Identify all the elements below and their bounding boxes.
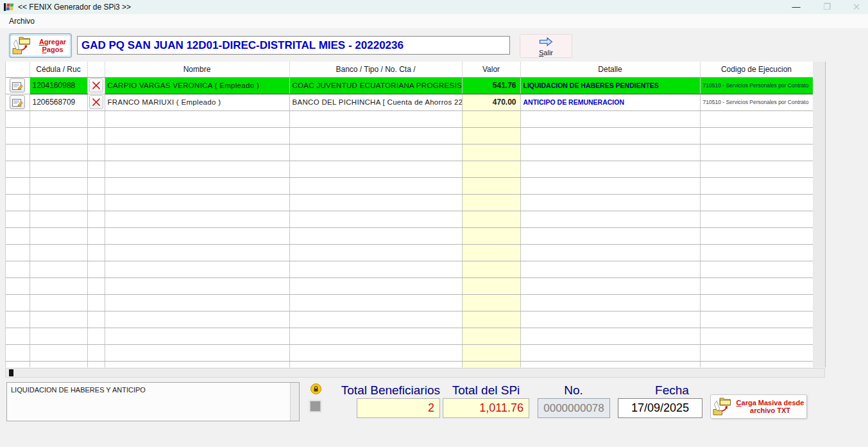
salir-button[interactable]: Salir xyxy=(520,34,572,58)
col-edit xyxy=(6,62,30,77)
empty-cell xyxy=(87,244,105,261)
cell-banco: BANCO DEL PICHINCHA [ Cuenta de Ahorros … xyxy=(289,94,462,110)
table-row-empty xyxy=(6,177,813,194)
empty-cell xyxy=(6,344,30,361)
empty-cell xyxy=(700,311,813,328)
edit-row-button[interactable] xyxy=(10,95,25,109)
empty-cell xyxy=(289,227,462,244)
table-row-empty xyxy=(6,110,813,127)
empty-cell xyxy=(289,211,462,227)
empty-cell xyxy=(6,227,30,244)
empty-cell xyxy=(6,177,30,194)
empty-cell xyxy=(30,144,87,161)
table-row-empty xyxy=(6,227,813,244)
total-spi-value: 1,011.76 xyxy=(443,398,529,418)
scrollbar-thumb[interactable] xyxy=(9,369,13,376)
empty-cell xyxy=(520,261,700,277)
descripcion-scrollbar[interactable] xyxy=(290,383,299,421)
descripcion-input[interactable]: LIQUIDACION DE HABERES Y ANTICIPO xyxy=(7,383,299,421)
empty-cell xyxy=(462,261,520,277)
empty-cell xyxy=(520,277,700,294)
titulo-spi-input[interactable] xyxy=(77,36,510,55)
edit-row-button[interactable] xyxy=(10,78,25,92)
empty-cell xyxy=(700,328,813,344)
empty-cell xyxy=(462,244,520,261)
empty-cell xyxy=(6,161,30,177)
carga-masiva-button[interactable]: Carga Masiva desdearchivo TXT xyxy=(710,394,807,419)
empty-cell xyxy=(87,328,105,344)
empty-cell xyxy=(87,211,105,227)
restore-button[interactable]: ❐ xyxy=(816,0,838,14)
empty-cell xyxy=(30,261,87,277)
empty-cell xyxy=(462,127,520,144)
empty-cell xyxy=(87,110,105,127)
close-button[interactable]: ✕ xyxy=(846,0,867,14)
empty-cell xyxy=(105,177,289,194)
empty-cell xyxy=(105,127,289,144)
table-row-empty xyxy=(6,344,813,361)
col-cedula: Cédula / Ruc xyxy=(30,62,87,77)
empty-cell xyxy=(462,311,520,328)
horizontal-scrollbar[interactable] xyxy=(5,368,825,378)
table-row[interactable]: 1206568709 FRANCO MARIUXI ( Empleado ) B… xyxy=(6,94,813,110)
table-row-empty xyxy=(6,361,813,367)
descripcion-box: LIQUIDACION DE HABERES Y ANTICIPO xyxy=(6,382,300,421)
empty-cell xyxy=(462,161,520,177)
minimize-button[interactable]: — xyxy=(785,0,807,14)
empty-cell xyxy=(105,161,289,177)
empty-cell xyxy=(462,277,520,294)
empty-cell xyxy=(87,344,105,361)
empty-cell xyxy=(700,244,813,261)
empty-cell xyxy=(87,311,105,328)
total-spi-label: Total del SPi xyxy=(443,383,529,398)
gray-square-button[interactable] xyxy=(310,401,321,412)
delete-row-button[interactable] xyxy=(89,78,103,92)
empty-cell xyxy=(289,194,462,211)
empty-cell xyxy=(105,328,289,344)
total-beneficiarios-label: Total Beneficiarios xyxy=(321,383,440,398)
empty-cell xyxy=(87,227,105,244)
empty-cell xyxy=(700,294,813,311)
lock-icon[interactable] xyxy=(311,383,321,397)
table-row-empty xyxy=(6,244,813,261)
empty-cell xyxy=(700,144,813,161)
payments-grid: Cédula / Ruc Nombre Banco / Tipo / No. C… xyxy=(5,62,813,367)
agregar-pagos-label: AgregarPagos xyxy=(34,38,71,53)
table-row-empty xyxy=(6,277,813,294)
empty-cell xyxy=(105,277,289,294)
empty-cell xyxy=(520,127,700,144)
empty-cell xyxy=(30,227,87,244)
delete-row-button[interactable] xyxy=(89,95,103,109)
empty-cell xyxy=(462,361,520,367)
empty-cell xyxy=(520,244,700,261)
table-row-empty xyxy=(6,261,813,277)
empty-cell xyxy=(6,311,30,328)
empty-cell xyxy=(289,311,462,328)
cell-valor: 541.76 xyxy=(462,77,520,94)
agregar-pagos-button[interactable]: AgregarPagos xyxy=(9,33,72,58)
table-row[interactable]: 1204160988 CARPIO VARGAS VERONICA ( Empl… xyxy=(6,77,813,94)
empty-cell xyxy=(462,194,520,211)
empty-cell xyxy=(700,194,813,211)
empty-cell xyxy=(30,328,87,344)
grid-header-row: Cédula / Ruc Nombre Banco / Tipo / No. C… xyxy=(6,62,813,77)
col-detalle: Detalle xyxy=(520,62,700,77)
empty-cell xyxy=(30,344,87,361)
empty-cell xyxy=(105,244,289,261)
fecha-value[interactable]: 17/09/2025 xyxy=(618,398,702,418)
empty-cell xyxy=(30,110,87,127)
empty-cell xyxy=(520,177,700,194)
vertical-scrollbar[interactable] xyxy=(813,62,826,367)
cell-nombre: FRANCO MARIUXI ( Empleado ) xyxy=(105,94,289,110)
folder-arrow-icon xyxy=(713,396,732,417)
empty-cell xyxy=(700,227,813,244)
col-nombre: Nombre xyxy=(105,62,289,77)
empty-cell xyxy=(289,277,462,294)
titlebar: << FENIX Generador de SPi3 >> — ❐ ✕ xyxy=(0,0,868,14)
empty-cell xyxy=(105,294,289,311)
folder-arrow-icon xyxy=(12,35,31,57)
cell-codigo: 710510 - Servicios Personales por Contra… xyxy=(700,94,813,110)
empty-cell xyxy=(520,227,700,244)
empty-cell xyxy=(105,227,289,244)
menu-archivo[interactable]: Archivo xyxy=(6,14,37,28)
